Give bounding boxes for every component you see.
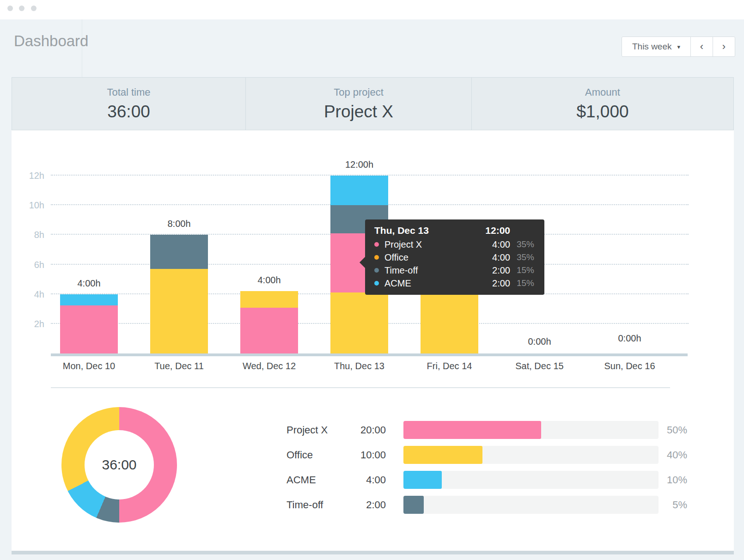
project-total-row-office: Office10:0040% [12, 446, 734, 464]
bar-total-label: 8:00h [134, 219, 224, 229]
tooltip-rows: Project X4:0035%Office4:0035%Time-off2:0… [374, 238, 534, 290]
range-selector-button[interactable]: This week ▾ [622, 37, 691, 56]
legend-dot-icon [374, 281, 379, 286]
dashboard-panel: Total time36:00Top projectProject XAmoun… [12, 77, 734, 551]
tooltip-project-name: Office [384, 252, 484, 263]
donut-hole: 36:00 [85, 430, 154, 499]
project-name-label: ACME [287, 471, 316, 489]
project-name-label: Office [287, 446, 313, 464]
tooltip-total: 12:00 [485, 225, 510, 236]
window-dot-icon [31, 6, 37, 11]
tooltip-project-percent: 35% [510, 239, 534, 250]
project-total-row-time-off: Time-off2:005% [12, 496, 734, 514]
bar-total-label: 0:00h [494, 336, 585, 347]
bar-segment-acme[interactable] [60, 294, 118, 305]
tooltip-row-project-x: Project X4:0035% [374, 238, 534, 251]
y-axis-tick-4h: 4h [18, 289, 44, 300]
next-week-button[interactable]: › [713, 37, 735, 56]
progress-track [403, 421, 659, 439]
tooltip-project-time: 2:00 [484, 278, 510, 289]
tooltip-project-name: ACME [384, 278, 484, 289]
project-time-value: 4:00 [335, 471, 386, 489]
y-axis-tick-8h: 8h [18, 230, 44, 240]
tooltip-project-time: 4:00 [484, 239, 510, 250]
x-axis-label-mon: Mon, Dec 10 [44, 361, 134, 371]
project-name-label: Project X [287, 421, 328, 439]
chart-tooltip: Thu, Dec 13 12:00 Project X4:0035%Office… [365, 219, 544, 295]
project-percent-label: 40% [659, 446, 687, 464]
window-dot-icon [19, 6, 24, 11]
tooltip-row-office: Office4:0035% [374, 251, 534, 264]
chevron-left-icon: ‹ [700, 41, 703, 53]
project-total-row-acme: ACME4:0010% [12, 471, 734, 489]
panel-bottom-shadow [12, 551, 734, 554]
progress-track [403, 496, 659, 514]
project-percent-label: 10% [659, 471, 687, 489]
page-title: Dashboard [14, 32, 88, 50]
summary-card-label: Amount [585, 86, 620, 98]
legend-dot-icon [374, 268, 379, 273]
bar-segment-office[interactable] [240, 291, 298, 307]
tooltip-arrow-icon [360, 257, 365, 268]
bar-segment-time-off[interactable] [150, 235, 208, 269]
bar-total-label: 4:00h [224, 275, 314, 286]
project-time-value: 20:00 [335, 421, 386, 439]
project-name-label: Time-off [287, 496, 323, 514]
progress-fill [403, 421, 541, 439]
date-range-control: This week ▾ ‹ › [622, 37, 735, 57]
bar-segment-project-x[interactable] [240, 308, 298, 353]
browser-chrome-bar [0, 0, 744, 19]
project-time-value: 10:00 [335, 446, 386, 464]
bar-total-label: 4:00h [44, 278, 134, 289]
summary-card-top-project: Top projectProject X [245, 78, 471, 130]
bar-segment-project-x[interactable] [60, 305, 118, 353]
tooltip-project-name: Project X [384, 239, 484, 250]
x-axis-label-tue: Tue, Dec 11 [134, 361, 224, 371]
y-axis-tick-2h: 2h [18, 319, 44, 329]
tooltip-project-time: 4:00 [484, 252, 510, 263]
range-selector-label: This week [632, 42, 672, 52]
progress-fill [403, 446, 482, 464]
bar-segment-office[interactable] [330, 292, 388, 353]
legend-dot-icon [374, 242, 379, 247]
project-percent-label: 50% [659, 421, 687, 439]
y-axis-tick-12h: 12h [18, 170, 44, 181]
progress-fill [403, 496, 424, 514]
x-axis-label-sun: Sun, Dec 16 [585, 361, 675, 371]
x-axis-label-thu: Thu, Dec 13 [314, 361, 404, 371]
prev-week-button[interactable]: ‹ [691, 37, 713, 56]
summary-card-value: Project X [324, 102, 393, 122]
summary-card-label: Total time [107, 86, 150, 98]
project-percent-label: 5% [659, 496, 687, 514]
tooltip-project-percent: 35% [510, 252, 534, 262]
tooltip-project-name: Time-off [384, 265, 484, 276]
summary-card-label: Top project [334, 86, 384, 98]
bar-total-label: 0:00h [585, 333, 675, 344]
y-axis-tick-6h: 6h [18, 260, 44, 270]
y-axis-tick-10h: 10h [18, 200, 44, 211]
tooltip-day: Thu, Dec 13 [374, 225, 485, 236]
bar-segment-office[interactable] [150, 269, 208, 353]
summary-card-total-time: Total time36:00 [12, 78, 245, 130]
progress-track [403, 471, 659, 489]
window-dot-icon [7, 6, 13, 11]
project-time-value: 2:00 [335, 496, 386, 514]
progress-track [403, 446, 659, 464]
x-axis-label-fri: Fri, Dec 14 [404, 361, 494, 371]
bar-segment-acme[interactable] [330, 176, 388, 205]
tooltip-project-percent: 15% [510, 278, 534, 288]
tooltip-project-time: 2:00 [484, 265, 510, 276]
summary-card-amount: Amount$1,000 [471, 78, 733, 130]
chevron-down-icon: ▾ [677, 43, 681, 50]
summary-card-value: $1,000 [576, 102, 628, 122]
x-axis-baseline [51, 353, 688, 356]
section-divider [51, 387, 670, 388]
x-axis-label-sat: Sat, Dec 15 [494, 361, 585, 371]
window-control-dots [7, 5, 41, 13]
project-total-row-project-x: Project X20:0050% [12, 421, 734, 439]
tooltip-project-percent: 15% [510, 265, 534, 275]
chevron-right-icon: › [722, 41, 726, 53]
tooltip-row-time-off: Time-off2:0015% [374, 264, 534, 277]
summary-strip: Total time36:00Top projectProject XAmoun… [12, 77, 734, 130]
progress-fill [403, 471, 442, 489]
